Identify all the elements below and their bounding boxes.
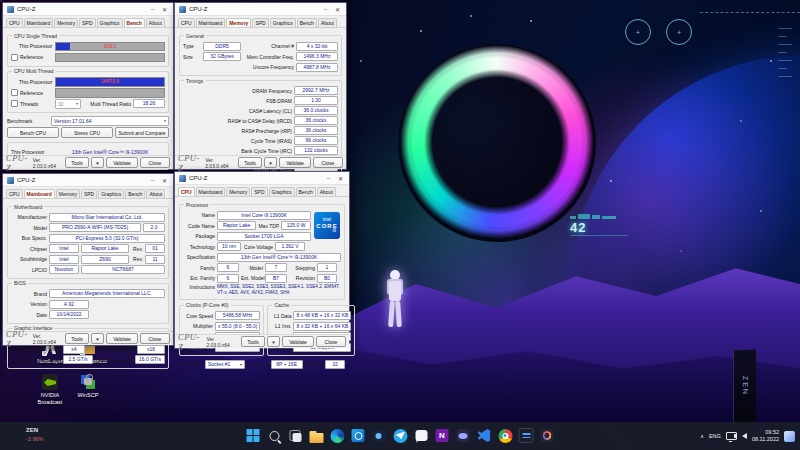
clock[interactable]: 09:52 08.11.2022 [752, 429, 779, 443]
minimize-icon[interactable]: – [324, 175, 333, 181]
tab-spd[interactable]: SPD [81, 189, 97, 198]
discord-icon[interactable] [455, 427, 472, 444]
tools-dropdown-arrow[interactable]: ▾ [91, 157, 104, 168]
reference-checkbox[interactable] [11, 54, 18, 61]
close-icon[interactable]: ✕ [160, 6, 169, 13]
minimize-icon[interactable]: – [321, 6, 330, 12]
tab-spd[interactable]: SPD [251, 187, 267, 196]
file-explorer-icon[interactable] [308, 427, 325, 444]
telegram-icon[interactable] [392, 427, 409, 444]
bench-cpu-button[interactable]: Bench CPU [7, 127, 59, 138]
task-view-icon[interactable] [287, 427, 304, 444]
blue-lines-app-icon[interactable] [518, 427, 535, 444]
tab-mainboard[interactable]: Mainboard [196, 18, 226, 27]
color-ring-app-icon[interactable] [539, 427, 556, 444]
tab-cpu[interactable]: CPU [6, 189, 23, 198]
close-button[interactable]: Close [316, 336, 346, 347]
tools-dropdown-arrow[interactable]: ▾ [91, 333, 104, 344]
tools-button[interactable]: Tools [238, 157, 262, 168]
close-button[interactable]: Close [140, 157, 170, 168]
chrome-icon[interactable] [497, 427, 514, 444]
desktop-icon-winscp[interactable]: WinSCP [66, 374, 110, 399]
tab-graphics[interactable]: Graphics [97, 18, 123, 27]
close-button[interactable]: Close [140, 333, 170, 344]
threads-checkbox[interactable] [11, 100, 18, 107]
tab-mainboard[interactable]: Mainboard [24, 18, 54, 27]
tab-graphics[interactable]: Graphics [269, 187, 295, 196]
titlebar[interactable]: CPU-Z – ✕ [175, 172, 349, 185]
tab-graphics[interactable]: Graphics [98, 189, 124, 198]
titlebar[interactable]: CPU-Z – ✕ [175, 3, 346, 16]
close-icon[interactable]: ✕ [336, 175, 345, 182]
minimize-icon[interactable]: – [148, 6, 157, 12]
hud-underline [570, 235, 628, 236]
tab-memory[interactable]: Memory [226, 187, 250, 196]
validate-button[interactable]: Validate [106, 333, 138, 344]
tools-button[interactable]: Tools [65, 157, 89, 168]
tab-about[interactable]: About [317, 187, 336, 196]
minimize-icon[interactable]: – [148, 177, 157, 183]
steam-icon[interactable] [371, 427, 388, 444]
tab-about[interactable]: About [318, 18, 337, 27]
close-icon[interactable]: ✕ [333, 6, 342, 13]
timing-label: DRAM Frequency [183, 88, 292, 94]
tools-button[interactable]: Tools [65, 333, 89, 344]
tab-cpu[interactable]: CPU [178, 187, 195, 196]
edge-icon[interactable] [329, 427, 346, 444]
stress-cpu-button[interactable]: Stress CPU [61, 127, 113, 138]
start-icon[interactable] [245, 427, 262, 444]
titlebar[interactable]: CPU-Z – ✕ [3, 174, 173, 187]
vscode-icon[interactable] [476, 427, 493, 444]
tab-spd[interactable]: SPD [252, 18, 268, 27]
socket-select[interactable]: Socket #1▾ [205, 360, 245, 370]
window-footer: CPU-Z Ver. 2.03.0.x64 Tools ▾ Validate C… [3, 331, 173, 345]
tab-memory[interactable]: Memory [56, 189, 80, 198]
benchmark-version-select[interactable]: Version 17.01.64▾ [51, 116, 169, 126]
winscp-icon [80, 374, 96, 390]
tray-app-icon[interactable] [784, 431, 795, 442]
rev-label: Rev. [131, 256, 143, 262]
tab-about[interactable]: About [146, 189, 165, 198]
validate-button[interactable]: Validate [282, 336, 314, 347]
search-icon[interactable] [266, 427, 283, 444]
tab-bench[interactable]: Bench [125, 189, 145, 198]
tab-cpu[interactable]: CPU [178, 18, 195, 27]
onenote-icon[interactable]: N [434, 427, 451, 444]
tab-bench[interactable]: Bench [296, 187, 316, 196]
hud-number: 42 [570, 220, 628, 235]
tab-bench[interactable]: Bench [297, 18, 317, 27]
outlook-icon[interactable] [350, 427, 367, 444]
close-button[interactable]: Close [313, 157, 343, 168]
tab-memory[interactable]: Memory [226, 18, 251, 27]
tools-dropdown-arrow[interactable]: ▾ [267, 336, 280, 347]
tools-dropdown-arrow[interactable]: ▾ [264, 157, 277, 168]
rev-label: Rev. [131, 246, 143, 252]
tab-mainboard[interactable]: Mainboard [24, 189, 55, 198]
threads-select[interactable]: 32▾ [55, 99, 81, 109]
reference-checkbox[interactable] [11, 89, 18, 96]
cpuz-window-memory: CPU-Z – ✕ CPU Mainboard Memory SPD Graph… [174, 2, 347, 170]
validate-button[interactable]: Validate [106, 157, 138, 168]
tab-cpu[interactable]: CPU [6, 18, 23, 27]
titlebar[interactable]: CPU-Z – ✕ [3, 3, 173, 16]
submit-and-compare-button[interactable]: Submit and Compare [115, 127, 169, 138]
size-value: 32 GBytes [203, 52, 241, 61]
tools-button[interactable]: Tools [241, 336, 265, 347]
window-footer: CPU-Z Ver. 2.03.0.x64 Tools ▾ Validate C… [175, 334, 349, 348]
validate-button[interactable]: Validate [279, 157, 311, 168]
messages-icon[interactable] [413, 427, 430, 444]
tab-mainboard[interactable]: Mainboard [196, 187, 226, 196]
tab-bench[interactable]: Bench [124, 18, 145, 27]
tab-spd[interactable]: SPD [79, 18, 95, 27]
volume-icon[interactable] [742, 433, 747, 439]
tab-about[interactable]: About [146, 18, 165, 27]
tray-expand-icon[interactable]: ∧ [700, 433, 704, 439]
language-indicator[interactable]: ENG [709, 433, 721, 439]
tab-graphics[interactable]: Graphics [270, 18, 296, 27]
southbridge-rev-value: 11 [145, 255, 165, 264]
reference-bar [55, 53, 165, 63]
close-icon[interactable]: ✕ [160, 177, 169, 184]
tab-memory[interactable]: Memory [54, 18, 78, 27]
wallpaper-monolith: ZEN [733, 349, 756, 422]
stock-widget[interactable]: ZEN -3.96% [26, 426, 43, 444]
